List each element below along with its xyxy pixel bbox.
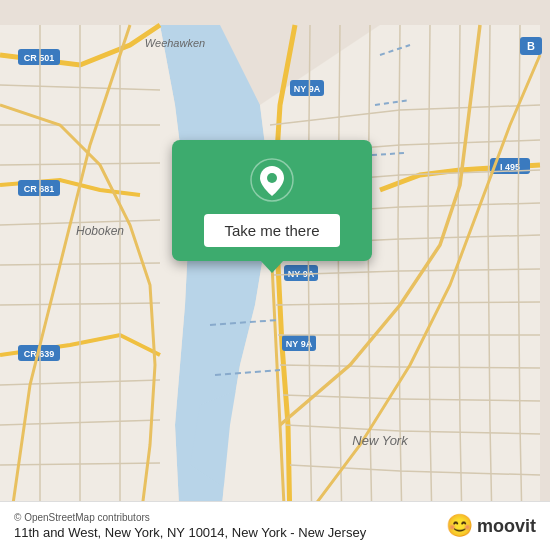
svg-text:B: B: [527, 40, 535, 52]
osm-credit: © OpenStreetMap contributors: [14, 512, 366, 523]
moovit-logo: 😊 moovit: [446, 513, 536, 539]
svg-text:CR 501: CR 501: [24, 53, 55, 63]
svg-text:NY 9A: NY 9A: [294, 84, 321, 94]
moovit-label: moovit: [477, 516, 536, 537]
svg-point-36: [267, 173, 277, 183]
bottom-bar-left: © OpenStreetMap contributors 11th and We…: [14, 512, 366, 540]
map-container: CR 501 CR 681 CR 639 NY 9A NY 9A NY 9A N…: [0, 0, 550, 550]
take-me-there-button[interactable]: Take me there: [204, 214, 339, 247]
bottom-info-bar: © OpenStreetMap contributors 11th and We…: [0, 501, 550, 550]
svg-text:Hoboken: Hoboken: [76, 224, 124, 238]
map-background: CR 501 CR 681 CR 639 NY 9A NY 9A NY 9A N…: [0, 0, 550, 550]
svg-text:New York: New York: [352, 433, 409, 448]
location-pin-icon: [250, 158, 294, 202]
popup-card: Take me there: [172, 140, 372, 261]
address-text: 11th and West, New York, NY 10014, New Y…: [14, 525, 366, 540]
svg-text:CR 681: CR 681: [24, 184, 55, 194]
svg-text:Weehawken: Weehawken: [145, 37, 205, 49]
svg-marker-5: [220, 25, 540, 525]
svg-marker-4: [0, 25, 188, 525]
moovit-icon: 😊: [446, 513, 473, 539]
